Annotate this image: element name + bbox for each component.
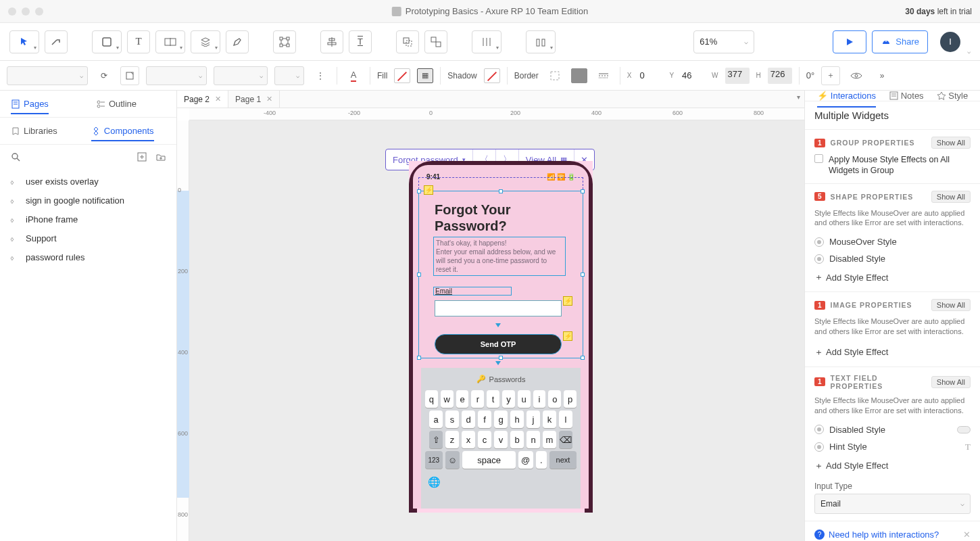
interaction-badge-icon[interactable]: ⚡ — [563, 331, 572, 341]
add-style-effect-button[interactable]: ＋Add Style Effect — [814, 267, 971, 285]
distribute-tool[interactable]: ▾ — [472, 30, 501, 53]
text-style-tool[interactable]: T — [349, 30, 372, 53]
ruler-horizontal[interactable]: -400-2000200400600800 — [189, 108, 804, 120]
tab-notes[interactable]: Notes — [889, 91, 924, 101]
add-style-effect-button[interactable]: ＋Add Style Effect — [814, 342, 971, 360]
component-item[interactable]: ⬨Support — [0, 229, 176, 248]
overflow-icon[interactable]: » — [873, 66, 891, 85]
file-tab-page2[interactable]: Page 2✕ — [177, 91, 228, 108]
shape-badge: 5 — [814, 192, 825, 201]
tabs-menu-icon[interactable]: ▾ — [797, 93, 800, 101]
tab-outline[interactable]: Outline — [96, 99, 137, 109]
font-family-select[interactable]: ⌵ — [146, 66, 207, 85]
window-controls[interactable] — [0, 7, 43, 16]
layers-tool[interactable]: ▾ — [191, 30, 220, 53]
share-button[interactable]: Share — [872, 30, 928, 53]
visibility-icon[interactable] — [847, 66, 866, 85]
align-tool[interactable] — [320, 30, 343, 53]
more-text-icon[interactable]: ⋮ — [311, 66, 330, 85]
fill-color-swatch[interactable] — [394, 68, 410, 83]
style-preset-select[interactable]: ⌵ — [7, 66, 88, 85]
input-tool[interactable]: ▾ — [155, 30, 185, 53]
tab-components[interactable]: Components — [91, 126, 154, 141]
font-weight-select[interactable]: ⌵ — [214, 66, 268, 85]
arrange-tool[interactable]: ▾ — [526, 30, 556, 53]
zoom-select[interactable]: 61%⌵ — [693, 30, 754, 53]
keyboard-key: o — [548, 390, 561, 408]
keyboard-key: g — [494, 410, 508, 428]
space-key: space — [462, 451, 515, 469]
add-folder-icon[interactable] — [155, 151, 167, 163]
artboard-phone[interactable]: 9:41 📶 🛜 🔋 Forgot YourPassword? That's o… — [409, 161, 593, 513]
component-item[interactable]: ⬨sign in google notification — [0, 191, 176, 210]
group-tool[interactable] — [396, 30, 419, 53]
select-tool[interactable]: ▾ — [9, 30, 39, 53]
ungroup-tool[interactable] — [424, 30, 447, 53]
close-icon[interactable]: ✕ — [266, 95, 272, 103]
x-input[interactable] — [638, 68, 662, 84]
add-style-effect-button[interactable]: ＋Add Style Effect — [814, 456, 971, 473]
hint-text-icon[interactable]: T — [965, 442, 971, 452]
file-tabs: Page 2✕ Page 1✕ ▾ — [177, 91, 804, 108]
app-icon — [392, 7, 401, 16]
update-style-icon[interactable]: ⟳ — [95, 66, 114, 85]
text-tool[interactable]: T — [127, 30, 150, 53]
show-all-button[interactable]: Show All — [931, 191, 971, 203]
tab-libraries[interactable]: Libraries — [11, 126, 57, 136]
tab-pages[interactable]: Pages — [11, 99, 49, 114]
search-icon[interactable] — [9, 151, 22, 163]
border-width-icon[interactable] — [594, 66, 613, 85]
show-all-button[interactable]: Show All — [931, 376, 971, 388]
component-item[interactable]: ⬨iPhone frame — [0, 210, 176, 229]
interaction-badge-icon[interactable]: ⚡ — [563, 296, 572, 306]
mouseover-style-row[interactable]: MouseOver Style — [814, 233, 971, 250]
window-title-text: Prototyping Basics - Axure RP 10 Team Ed… — [406, 6, 589, 16]
hint-style-row[interactable]: Hint StyleT — [814, 438, 971, 456]
main-toolbar: ▾ ▾ T ▾ ▾ T ▾ ▾ 61%⌵ Share I ⌵ — [0, 23, 980, 61]
font-size-select[interactable]: ⌵ — [274, 66, 304, 85]
keyboard-key: f — [478, 410, 491, 428]
file-tab-page1[interactable]: Page 1✕ — [228, 91, 280, 108]
tab-style[interactable]: Style — [937, 91, 968, 101]
interaction-badge-icon[interactable]: ⚡ — [424, 185, 433, 195]
shape-tool[interactable]: ▾ — [92, 30, 122, 53]
help-link[interactable]: ? Need help with interactions? ✕ — [805, 521, 980, 541]
preview-button[interactable] — [833, 30, 866, 53]
close-help-icon[interactable]: ✕ — [963, 530, 971, 540]
text-desc: Style Effects like MouseOver are auto ap… — [814, 396, 971, 416]
add-component-icon[interactable] — [136, 151, 148, 163]
disabled-style-row[interactable]: Disabled Style — [814, 250, 971, 267]
close-icon[interactable]: ✕ — [215, 95, 221, 103]
rotation-value[interactable]: 0° — [806, 70, 814, 80]
pen-tool[interactable] — [226, 30, 249, 53]
shadow-swatch[interactable] — [484, 68, 500, 83]
keyboard-key: d — [462, 410, 475, 428]
apply-mouse-effects-checkbox[interactable] — [814, 154, 823, 163]
w-value: 377 — [725, 68, 750, 84]
y-input[interactable] — [681, 68, 705, 84]
text-color-icon[interactable]: A — [344, 66, 363, 85]
disabled-toggle[interactable] — [957, 426, 971, 433]
border-sides-icon[interactable] — [545, 66, 564, 85]
show-all-button[interactable]: Show All — [931, 137, 971, 149]
show-all-button[interactable]: Show All — [931, 299, 971, 311]
avatar-caret-icon[interactable]: ⌵ — [967, 48, 971, 55]
user-avatar[interactable]: I — [940, 32, 960, 52]
ruler-vertical[interactable]: 0200400600800 — [177, 120, 189, 541]
add-dimension-icon[interactable]: ＋ — [821, 66, 840, 85]
canvas[interactable]: Forgot password▾ 〈 〉 View All▦ ✕ 9:41 📶 … — [189, 120, 804, 541]
component-item[interactable]: ⬨password rules — [0, 248, 176, 266]
fill-image-swatch[interactable]: ▦ — [417, 68, 433, 83]
disabled-style-row[interactable]: Disabled Style — [814, 421, 971, 438]
connect-tool[interactable] — [45, 30, 68, 53]
inspector-heading: Multiple Widgets — [805, 101, 980, 129]
edit-points-tool[interactable] — [273, 30, 296, 53]
input-type-select[interactable]: Email⌵ — [814, 494, 971, 514]
border-color-swatch[interactable] — [571, 68, 587, 83]
svg-point-28 — [97, 101, 100, 103]
keyboard-key: l — [559, 410, 572, 428]
create-style-icon[interactable] — [120, 66, 139, 85]
component-item[interactable]: ⬨user exists overlay — [0, 172, 176, 191]
titlebar: Prototyping Basics - Axure RP 10 Team Ed… — [0, 0, 980, 23]
text-title: TEXT FIELD PROPERTIES — [831, 374, 926, 390]
